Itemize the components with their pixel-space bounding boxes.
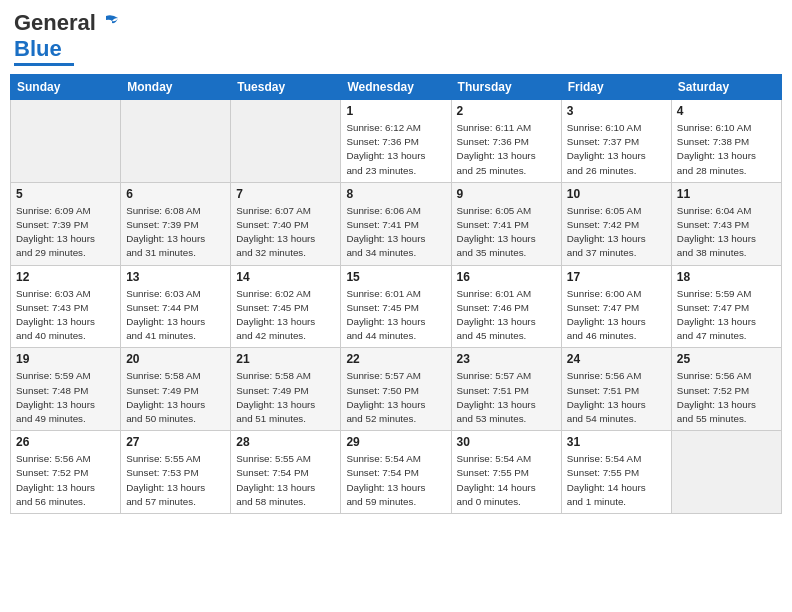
day-number: 30: [457, 435, 556, 449]
calendar-cell: 10Sunrise: 6:05 AM Sunset: 7:42 PM Dayli…: [561, 182, 671, 265]
day-number: 31: [567, 435, 666, 449]
calendar-cell: [11, 100, 121, 183]
calendar-cell: 9Sunrise: 6:05 AM Sunset: 7:41 PM Daylig…: [451, 182, 561, 265]
day-info: Sunrise: 5:59 AM Sunset: 7:47 PM Dayligh…: [677, 287, 776, 344]
calendar-cell: 14Sunrise: 6:02 AM Sunset: 7:45 PM Dayli…: [231, 265, 341, 348]
logo-bird-icon: [98, 14, 120, 32]
header-sunday: Sunday: [11, 75, 121, 100]
logo-blue-text: Blue: [14, 36, 62, 62]
logo-underline: [14, 63, 74, 66]
day-number: 6: [126, 187, 225, 201]
day-number: 29: [346, 435, 445, 449]
day-number: 17: [567, 270, 666, 284]
day-number: 12: [16, 270, 115, 284]
day-info: Sunrise: 6:10 AM Sunset: 7:38 PM Dayligh…: [677, 121, 776, 178]
calendar-cell: 7Sunrise: 6:07 AM Sunset: 7:40 PM Daylig…: [231, 182, 341, 265]
logo: General Blue: [14, 10, 120, 66]
calendar-cell: 3Sunrise: 6:10 AM Sunset: 7:37 PM Daylig…: [561, 100, 671, 183]
day-info: Sunrise: 5:55 AM Sunset: 7:54 PM Dayligh…: [236, 452, 335, 509]
day-number: 11: [677, 187, 776, 201]
calendar-cell: 21Sunrise: 5:58 AM Sunset: 7:49 PM Dayli…: [231, 348, 341, 431]
calendar-cell: 30Sunrise: 5:54 AM Sunset: 7:55 PM Dayli…: [451, 431, 561, 514]
day-info: Sunrise: 5:58 AM Sunset: 7:49 PM Dayligh…: [236, 369, 335, 426]
day-info: Sunrise: 6:01 AM Sunset: 7:46 PM Dayligh…: [457, 287, 556, 344]
day-info: Sunrise: 6:06 AM Sunset: 7:41 PM Dayligh…: [346, 204, 445, 261]
day-info: Sunrise: 5:56 AM Sunset: 7:51 PM Dayligh…: [567, 369, 666, 426]
day-info: Sunrise: 6:08 AM Sunset: 7:39 PM Dayligh…: [126, 204, 225, 261]
day-number: 19: [16, 352, 115, 366]
day-number: 27: [126, 435, 225, 449]
calendar-cell: [671, 431, 781, 514]
day-info: Sunrise: 6:02 AM Sunset: 7:45 PM Dayligh…: [236, 287, 335, 344]
calendar-cell: [121, 100, 231, 183]
calendar-week-row: 26Sunrise: 5:56 AM Sunset: 7:52 PM Dayli…: [11, 431, 782, 514]
day-info: Sunrise: 5:55 AM Sunset: 7:53 PM Dayligh…: [126, 452, 225, 509]
calendar-week-row: 12Sunrise: 6:03 AM Sunset: 7:43 PM Dayli…: [11, 265, 782, 348]
calendar-cell: 5Sunrise: 6:09 AM Sunset: 7:39 PM Daylig…: [11, 182, 121, 265]
calendar-cell: 19Sunrise: 5:59 AM Sunset: 7:48 PM Dayli…: [11, 348, 121, 431]
calendar-cell: 28Sunrise: 5:55 AM Sunset: 7:54 PM Dayli…: [231, 431, 341, 514]
page-header: General Blue: [10, 10, 782, 66]
calendar-cell: 6Sunrise: 6:08 AM Sunset: 7:39 PM Daylig…: [121, 182, 231, 265]
calendar-cell: 18Sunrise: 5:59 AM Sunset: 7:47 PM Dayli…: [671, 265, 781, 348]
calendar-cell: 23Sunrise: 5:57 AM Sunset: 7:51 PM Dayli…: [451, 348, 561, 431]
day-info: Sunrise: 5:54 AM Sunset: 7:54 PM Dayligh…: [346, 452, 445, 509]
day-number: 21: [236, 352, 335, 366]
calendar-cell: 4Sunrise: 6:10 AM Sunset: 7:38 PM Daylig…: [671, 100, 781, 183]
day-info: Sunrise: 5:56 AM Sunset: 7:52 PM Dayligh…: [677, 369, 776, 426]
calendar-table: SundayMondayTuesdayWednesdayThursdayFrid…: [10, 74, 782, 514]
calendar-cell: 8Sunrise: 6:06 AM Sunset: 7:41 PM Daylig…: [341, 182, 451, 265]
day-info: Sunrise: 6:07 AM Sunset: 7:40 PM Dayligh…: [236, 204, 335, 261]
day-info: Sunrise: 6:05 AM Sunset: 7:41 PM Dayligh…: [457, 204, 556, 261]
day-number: 22: [346, 352, 445, 366]
calendar-cell: 15Sunrise: 6:01 AM Sunset: 7:45 PM Dayli…: [341, 265, 451, 348]
day-number: 20: [126, 352, 225, 366]
calendar-week-row: 19Sunrise: 5:59 AM Sunset: 7:48 PM Dayli…: [11, 348, 782, 431]
calendar-cell: 20Sunrise: 5:58 AM Sunset: 7:49 PM Dayli…: [121, 348, 231, 431]
calendar-cell: 12Sunrise: 6:03 AM Sunset: 7:43 PM Dayli…: [11, 265, 121, 348]
day-number: 4: [677, 104, 776, 118]
day-info: Sunrise: 6:03 AM Sunset: 7:44 PM Dayligh…: [126, 287, 225, 344]
day-number: 3: [567, 104, 666, 118]
calendar-cell: [231, 100, 341, 183]
day-info: Sunrise: 5:56 AM Sunset: 7:52 PM Dayligh…: [16, 452, 115, 509]
day-info: Sunrise: 6:05 AM Sunset: 7:42 PM Dayligh…: [567, 204, 666, 261]
day-info: Sunrise: 6:09 AM Sunset: 7:39 PM Dayligh…: [16, 204, 115, 261]
header-friday: Friday: [561, 75, 671, 100]
calendar-cell: 31Sunrise: 5:54 AM Sunset: 7:55 PM Dayli…: [561, 431, 671, 514]
calendar-cell: 24Sunrise: 5:56 AM Sunset: 7:51 PM Dayli…: [561, 348, 671, 431]
day-info: Sunrise: 5:57 AM Sunset: 7:50 PM Dayligh…: [346, 369, 445, 426]
day-number: 18: [677, 270, 776, 284]
header-monday: Monday: [121, 75, 231, 100]
day-number: 1: [346, 104, 445, 118]
calendar-cell: 16Sunrise: 6:01 AM Sunset: 7:46 PM Dayli…: [451, 265, 561, 348]
header-saturday: Saturday: [671, 75, 781, 100]
calendar-week-row: 5Sunrise: 6:09 AM Sunset: 7:39 PM Daylig…: [11, 182, 782, 265]
day-info: Sunrise: 6:03 AM Sunset: 7:43 PM Dayligh…: [16, 287, 115, 344]
header-tuesday: Tuesday: [231, 75, 341, 100]
day-number: 14: [236, 270, 335, 284]
calendar-week-row: 1Sunrise: 6:12 AM Sunset: 7:36 PM Daylig…: [11, 100, 782, 183]
day-info: Sunrise: 5:59 AM Sunset: 7:48 PM Dayligh…: [16, 369, 115, 426]
calendar-cell: 1Sunrise: 6:12 AM Sunset: 7:36 PM Daylig…: [341, 100, 451, 183]
day-number: 7: [236, 187, 335, 201]
day-number: 24: [567, 352, 666, 366]
calendar-cell: 13Sunrise: 6:03 AM Sunset: 7:44 PM Dayli…: [121, 265, 231, 348]
header-wednesday: Wednesday: [341, 75, 451, 100]
calendar-cell: 25Sunrise: 5:56 AM Sunset: 7:52 PM Dayli…: [671, 348, 781, 431]
calendar-cell: 11Sunrise: 6:04 AM Sunset: 7:43 PM Dayli…: [671, 182, 781, 265]
day-info: Sunrise: 6:11 AM Sunset: 7:36 PM Dayligh…: [457, 121, 556, 178]
calendar-cell: 27Sunrise: 5:55 AM Sunset: 7:53 PM Dayli…: [121, 431, 231, 514]
day-number: 16: [457, 270, 556, 284]
day-info: Sunrise: 5:54 AM Sunset: 7:55 PM Dayligh…: [457, 452, 556, 509]
day-info: Sunrise: 6:04 AM Sunset: 7:43 PM Dayligh…: [677, 204, 776, 261]
day-number: 9: [457, 187, 556, 201]
day-info: Sunrise: 5:57 AM Sunset: 7:51 PM Dayligh…: [457, 369, 556, 426]
day-number: 5: [16, 187, 115, 201]
calendar-cell: 26Sunrise: 5:56 AM Sunset: 7:52 PM Dayli…: [11, 431, 121, 514]
calendar-header-row: SundayMondayTuesdayWednesdayThursdayFrid…: [11, 75, 782, 100]
day-number: 23: [457, 352, 556, 366]
day-info: Sunrise: 6:10 AM Sunset: 7:37 PM Dayligh…: [567, 121, 666, 178]
day-number: 13: [126, 270, 225, 284]
day-number: 10: [567, 187, 666, 201]
